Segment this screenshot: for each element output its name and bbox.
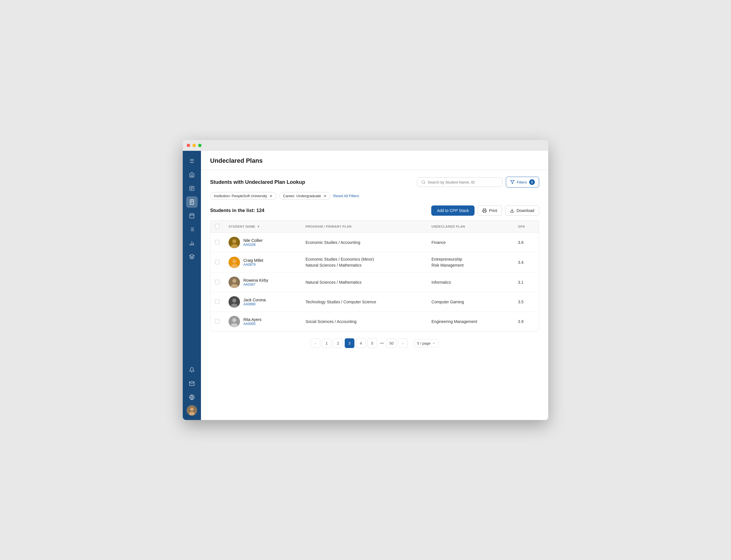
prev-page-button[interactable]: ‹ bbox=[310, 338, 320, 348]
sidebar-icon-graduation[interactable] bbox=[186, 251, 197, 262]
student-id: AA0005 bbox=[243, 322, 261, 326]
student-name: Rowena Kirby bbox=[243, 278, 268, 283]
row-checkbox[interactable] bbox=[215, 319, 219, 324]
svg-marker-29 bbox=[510, 180, 514, 184]
avatar bbox=[228, 237, 240, 248]
search-filters-row: Filters 2 bbox=[417, 177, 539, 188]
student-name-cell: Rita Ayers AA0005 bbox=[224, 312, 301, 332]
sidebar-icon-globe[interactable] bbox=[186, 392, 197, 403]
row-checkbox-cell bbox=[210, 252, 224, 273]
undeclared-cell: Engineering Management bbox=[427, 312, 514, 332]
gpa-cell: 3.6 bbox=[513, 233, 539, 252]
row-checkbox-cell bbox=[210, 273, 224, 292]
maximize-dot[interactable] bbox=[198, 144, 201, 147]
gpa-cell: 3.4 bbox=[513, 252, 539, 273]
page-header: Undeclared Plans bbox=[201, 151, 548, 170]
reset-filters-button[interactable]: Reset All Filters bbox=[333, 194, 359, 198]
undeclared-plan-header: UNDECLARED PLAN bbox=[427, 221, 514, 233]
gpa-cell: 3.5 bbox=[513, 292, 539, 312]
svg-point-36 bbox=[232, 259, 236, 263]
student-name-header[interactable]: STUDENT NAME ▾ bbox=[224, 221, 301, 233]
svg-rect-8 bbox=[190, 214, 194, 218]
career-tag-remove[interactable]: ✕ bbox=[323, 194, 327, 198]
list-count: Students in the list: 124 bbox=[210, 208, 264, 213]
close-dot[interactable] bbox=[187, 144, 190, 147]
avatar bbox=[228, 257, 240, 268]
page-4-button[interactable]: 4 bbox=[356, 338, 366, 348]
chevron-down-icon bbox=[432, 341, 436, 345]
sidebar-icon-document[interactable] bbox=[186, 183, 197, 194]
sidebar-icon-bell[interactable] bbox=[186, 364, 197, 376]
program-cell: Social Sciences / Accounting bbox=[301, 312, 427, 332]
search-box[interactable] bbox=[417, 177, 503, 187]
sort-icon: ▾ bbox=[257, 225, 259, 228]
institution-filter-tag: Institution: PeopleSoft University ✕ bbox=[210, 192, 276, 200]
filters-button[interactable]: Filters 2 bbox=[506, 177, 539, 188]
print-icon bbox=[482, 208, 487, 213]
row-checkbox[interactable] bbox=[215, 260, 219, 264]
row-checkbox[interactable] bbox=[215, 299, 219, 304]
undeclared-cell: EntrepreneurshipRisk Management bbox=[427, 252, 514, 273]
students-table-container: STUDENT NAME ▾ PROGRAM / PRIMARY PLAN UN… bbox=[210, 220, 539, 332]
lookup-title: Students with Undeclared Plan Lookup bbox=[210, 179, 305, 185]
table-row: Nile Collier AA0108 Economic Studies / A… bbox=[210, 233, 539, 252]
gpa-cell: 3.1 bbox=[513, 273, 539, 292]
select-all-checkbox[interactable] bbox=[215, 224, 219, 228]
app-body: ☰ bbox=[183, 151, 548, 420]
page-5-button[interactable]: 5 bbox=[368, 338, 377, 348]
per-page-label: 5 / page bbox=[417, 341, 431, 345]
sidebar-icon-clipboard[interactable] bbox=[186, 196, 197, 208]
avatar bbox=[228, 277, 240, 288]
search-input[interactable] bbox=[428, 180, 498, 184]
row-checkbox-cell bbox=[210, 292, 224, 312]
program-cell: Natural Sciences / Mathematics bbox=[301, 273, 427, 292]
sidebar-icon-home[interactable] bbox=[186, 169, 197, 180]
page-1-button[interactable]: 1 bbox=[322, 338, 331, 348]
download-label: Download bbox=[517, 208, 534, 213]
filter-icon bbox=[510, 180, 515, 184]
undeclared-cell: Informatics bbox=[427, 273, 514, 292]
app-window: ☰ bbox=[183, 140, 548, 420]
svg-point-27 bbox=[422, 181, 425, 184]
add-to-cpp-button[interactable]: Add to CPP Stack bbox=[431, 205, 475, 216]
gpa-header: GPA bbox=[513, 221, 539, 233]
row-checkbox[interactable] bbox=[215, 280, 219, 284]
svg-rect-30 bbox=[483, 211, 486, 212]
lookup-header: Students with Undeclared Plan Lookup bbox=[210, 177, 539, 188]
minimize-dot[interactable] bbox=[192, 144, 196, 147]
student-id: AA0347 bbox=[243, 283, 268, 287]
per-page-select[interactable]: 5 / page bbox=[414, 339, 439, 347]
institution-tag-label: Institution: PeopleSoft University bbox=[214, 194, 267, 198]
institution-tag-remove[interactable]: ✕ bbox=[269, 194, 273, 198]
row-checkbox[interactable] bbox=[215, 240, 219, 244]
page-2-button[interactable]: 2 bbox=[333, 338, 343, 348]
content-area: Students with Undeclared Plan Lookup bbox=[201, 170, 548, 420]
sidebar-icon-chart[interactable] bbox=[186, 237, 197, 249]
list-header: Students in the list: 124 Add to CPP Sta… bbox=[210, 205, 539, 216]
svg-point-45 bbox=[232, 318, 236, 322]
svg-point-39 bbox=[232, 279, 236, 283]
sidebar-icon-list[interactable] bbox=[186, 224, 197, 235]
search-icon bbox=[421, 180, 426, 184]
page-title: Undeclared Plans bbox=[210, 157, 539, 164]
table-row: Rita Ayers AA0005 Social Sciences / Acco… bbox=[210, 312, 539, 332]
download-button[interactable]: Download bbox=[505, 205, 539, 216]
page-3-button[interactable]: 3 bbox=[345, 338, 354, 348]
sidebar-icon-calendar[interactable] bbox=[186, 210, 197, 221]
svg-line-28 bbox=[424, 183, 425, 184]
pagination: ‹ 1 2 3 4 5 ••• 50 › 5 / page bbox=[210, 338, 539, 348]
table-row: Craig Millet AA0879 Economic Studies / E… bbox=[210, 252, 539, 273]
last-page-button[interactable]: 50 bbox=[387, 338, 396, 348]
career-tag-label: Career: Undergraduate bbox=[283, 194, 321, 198]
filters-label: Filters bbox=[517, 180, 527, 184]
row-checkbox-cell bbox=[210, 233, 224, 252]
next-page-button[interactable]: › bbox=[398, 338, 408, 348]
program-cell: Economic Studies / Accounting bbox=[301, 233, 427, 252]
sidebar-icon-mail[interactable] bbox=[186, 378, 197, 389]
program-cell: Economic Studies / Economics (Minor)Natu… bbox=[301, 252, 427, 273]
row-checkbox-cell bbox=[210, 312, 224, 332]
sidebar-icon-menu[interactable]: ☰ bbox=[186, 155, 197, 167]
print-button[interactable]: Print bbox=[477, 205, 502, 216]
avatar bbox=[228, 296, 240, 308]
user-avatar[interactable] bbox=[187, 405, 197, 415]
